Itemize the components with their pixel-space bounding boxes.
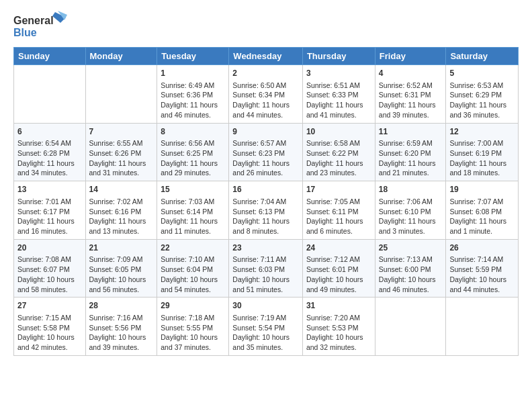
day-number: 28 [89,300,154,312]
day-number: 7 [89,126,154,138]
sunset-text: Sunset: 6:14 PM [161,207,225,217]
sunrise-text: Sunrise: 7:16 AM [89,313,154,323]
sunset-text: Sunset: 5:55 PM [161,323,225,333]
day-number: 15 [161,184,225,195]
calendar-cell: 1Sunrise: 6:49 AMSunset: 6:36 PMDaylight… [157,65,229,124]
calendar-cell: 12Sunrise: 7:00 AMSunset: 6:19 PMDayligh… [446,123,519,181]
sunset-text: Sunset: 6:05 PM [89,265,154,275]
sunrise-text: Sunrise: 6:56 AM [161,138,225,148]
cell-content: 7Sunrise: 6:55 AMSunset: 6:26 PMDaylight… [89,126,154,179]
daylight-text: Daylight: 10 hours and 35 minutes. [232,332,299,352]
sunrise-text: Sunrise: 6:58 AM [306,138,371,148]
daylight-text: Daylight: 10 hours and 32 minutes. [306,332,371,352]
calendar-cell: 13Sunrise: 7:01 AMSunset: 6:17 PMDayligh… [14,181,86,240]
day-number: 4 [379,68,443,79]
daylight-text: Daylight: 10 hours and 42 minutes. [17,332,82,352]
cell-content: 10Sunrise: 6:58 AMSunset: 6:22 PMDayligh… [306,126,371,179]
sunrise-text: Sunrise: 7:02 AM [89,197,154,207]
daylight-text: Daylight: 11 hours and 18 minutes. [449,158,515,178]
cell-content: 20Sunrise: 7:08 AMSunset: 6:07 PMDayligh… [17,242,82,295]
sunrise-text: Sunrise: 7:05 AM [306,197,371,207]
calendar-page: GeneralBlue SundayMondayTuesdayWednesday… [0,0,532,369]
day-number: 22 [161,242,225,254]
sunrise-text: Sunrise: 7:06 AM [379,197,443,207]
week-row-5: 27Sunrise: 7:15 AMSunset: 5:58 PMDayligh… [14,298,519,356]
cell-content: 30Sunrise: 7:19 AMSunset: 5:54 PMDayligh… [232,300,299,353]
cell-content: 17Sunrise: 7:05 AMSunset: 6:11 PMDayligh… [306,184,371,236]
day-number: 5 [449,68,515,79]
day-number: 1 [161,68,225,79]
sunrise-text: Sunrise: 7:07 AM [449,197,515,207]
weekday-header-tuesday: Tuesday [157,48,229,65]
day-number: 12 [449,126,515,138]
svg-text:General: General [13,15,54,26]
calendar-cell [85,65,157,124]
sunset-text: Sunset: 5:56 PM [89,323,154,333]
logo-svg: GeneralBlue [13,11,67,42]
daylight-text: Daylight: 11 hours and 6 minutes. [306,216,371,236]
calendar-cell: 14Sunrise: 7:02 AMSunset: 6:16 PMDayligh… [85,181,157,240]
cell-content: 5Sunrise: 6:53 AMSunset: 6:29 PMDaylight… [449,68,515,120]
sunset-text: Sunset: 6:07 PM [17,265,82,275]
calendar-cell: 30Sunrise: 7:19 AMSunset: 5:54 PMDayligh… [229,298,303,356]
day-number: 9 [232,126,299,138]
day-number: 31 [306,300,371,312]
sunset-text: Sunset: 6:20 PM [379,148,443,158]
day-number: 18 [379,184,443,195]
calendar-cell: 7Sunrise: 6:55 AMSunset: 6:26 PMDaylight… [85,123,157,181]
cell-content: 8Sunrise: 6:56 AMSunset: 6:25 PMDaylight… [161,126,225,179]
sunrise-text: Sunrise: 7:01 AM [17,197,82,207]
day-number: 17 [306,184,371,195]
sunset-text: Sunset: 6:23 PM [232,148,299,158]
cell-content: 27Sunrise: 7:15 AMSunset: 5:58 PMDayligh… [17,300,82,353]
sunrise-text: Sunrise: 7:19 AM [232,313,299,323]
calendar-table: SundayMondayTuesdayWednesdayThursdayFrid… [13,47,519,356]
day-number: 23 [232,242,299,254]
daylight-text: Daylight: 10 hours and 46 minutes. [379,275,443,294]
sunrise-text: Sunrise: 6:52 AM [379,81,443,91]
cell-content: 19Sunrise: 7:07 AMSunset: 6:08 PMDayligh… [449,184,515,236]
sunrise-text: Sunrise: 7:12 AM [306,255,371,265]
sunrise-text: Sunrise: 7:03 AM [161,197,225,207]
daylight-text: Daylight: 11 hours and 8 minutes. [232,216,299,236]
calendar-cell: 20Sunrise: 7:08 AMSunset: 6:07 PMDayligh… [14,239,86,298]
weekday-header-saturday: Saturday [446,48,519,65]
sunrise-text: Sunrise: 7:13 AM [379,255,443,265]
calendar-cell [375,298,446,356]
sunset-text: Sunset: 6:17 PM [17,207,82,217]
sunset-text: Sunset: 5:54 PM [232,323,299,333]
daylight-text: Daylight: 11 hours and 23 minutes. [306,158,371,178]
sunset-text: Sunset: 6:04 PM [161,265,225,275]
day-number: 29 [161,300,225,312]
daylight-text: Daylight: 10 hours and 54 minutes. [161,275,225,294]
week-row-3: 13Sunrise: 7:01 AMSunset: 6:17 PMDayligh… [14,181,519,240]
sunrise-text: Sunrise: 6:53 AM [449,81,515,91]
day-number: 25 [379,242,443,254]
day-number: 27 [17,300,82,312]
calendar-cell: 27Sunrise: 7:15 AMSunset: 5:58 PMDayligh… [14,298,86,356]
sunset-text: Sunset: 6:19 PM [449,148,515,158]
calendar-cell [14,65,86,124]
logo: GeneralBlue [13,11,67,42]
daylight-text: Daylight: 11 hours and 13 minutes. [89,216,154,236]
daylight-text: Daylight: 11 hours and 34 minutes. [17,158,82,178]
week-row-2: 6Sunrise: 6:54 AMSunset: 6:28 PMDaylight… [14,123,519,181]
calendar-cell: 21Sunrise: 7:09 AMSunset: 6:05 PMDayligh… [85,239,157,298]
sunset-text: Sunset: 6:34 PM [232,90,299,100]
weekday-header-row: SundayMondayTuesdayWednesdayThursdayFrid… [14,48,519,65]
daylight-text: Daylight: 10 hours and 44 minutes. [449,275,515,294]
daylight-text: Daylight: 10 hours and 58 minutes. [17,275,82,294]
sunrise-text: Sunrise: 6:51 AM [306,81,371,91]
week-row-1: 1Sunrise: 6:49 AMSunset: 6:36 PMDaylight… [14,65,519,124]
day-number: 16 [232,184,299,195]
cell-content: 15Sunrise: 7:03 AMSunset: 6:14 PMDayligh… [161,184,225,236]
sunset-text: Sunset: 6:11 PM [306,207,371,217]
sunrise-text: Sunrise: 7:18 AM [161,313,225,323]
sunrise-text: Sunrise: 7:08 AM [17,255,82,265]
day-number: 6 [17,126,82,138]
daylight-text: Daylight: 11 hours and 1 minute. [449,216,515,236]
day-number: 19 [449,184,515,195]
sunrise-text: Sunrise: 6:55 AM [89,138,154,148]
calendar-cell: 5Sunrise: 6:53 AMSunset: 6:29 PMDaylight… [446,65,519,124]
cell-content: 2Sunrise: 6:50 AMSunset: 6:34 PMDaylight… [232,68,299,120]
